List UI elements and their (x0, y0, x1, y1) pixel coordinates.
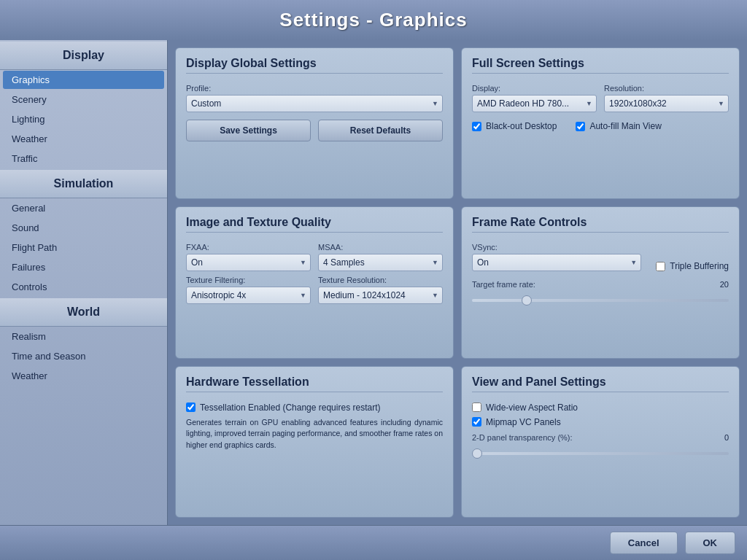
panel-hardware-tessellation: Hardware Tessellation Tessellation Enabl… (175, 366, 454, 518)
sidebar-item-time-season[interactable]: Time and Season (0, 346, 167, 366)
sidebar-item-failures[interactable]: Failures (0, 257, 167, 277)
mipmap-row: Mipmap VC Panels (472, 417, 729, 427)
texture-res-label: Texture Resolution: (318, 276, 443, 284)
reset-defaults-button[interactable]: Reset Defaults (318, 120, 443, 141)
tessellation-row: Tessellation Enabled (Change requires re… (186, 402, 443, 413)
blackout-row: Black-out Desktop (472, 121, 557, 131)
texture-filter-label: Texture Filtering: (186, 276, 311, 284)
msaa-select[interactable]: 4 Samples (318, 254, 443, 271)
fxaa-select[interactable]: On (186, 254, 311, 271)
sidebar-item-world-weather[interactable]: Weather (0, 366, 167, 386)
panel-image-texture: Image and Texture Quality FXAA: On MSAA:… (175, 206, 454, 358)
target-fps-value: 20 (711, 280, 729, 289)
ok-button[interactable]: OK (685, 532, 736, 554)
vsync-label: VSync: (472, 243, 729, 252)
bottom-bar: Cancel OK (0, 525, 747, 560)
autofill-row: Auto-fill Main View (576, 121, 661, 131)
panel-title-image-texture: Image and Texture Quality (186, 216, 443, 233)
mipmap-checkbox[interactable] (472, 417, 481, 427)
vsync-select[interactable]: On (472, 254, 641, 271)
profile-label: Profile: (186, 84, 443, 93)
msaa-label: MSAA: (318, 243, 443, 252)
texture-res-select[interactable]: Medium - 1024x1024 (318, 287, 443, 304)
display-select[interactable]: AMD Radeon HD 780... (472, 95, 597, 112)
panel-title-display-global: Display Global Settings (186, 57, 443, 74)
content-area: Display Global Settings Profile: Custom … (168, 40, 747, 525)
sidebar-item-traffic[interactable]: Traffic (0, 149, 167, 168)
save-settings-button[interactable]: Save Settings (186, 120, 311, 141)
texture-filter-select[interactable]: Anisotropic 4x (186, 287, 311, 304)
panel-full-screen: Full Screen Settings Display: AMD Radeon… (461, 47, 740, 199)
tessellation-label: Tessellation Enabled (Change requires re… (200, 402, 380, 413)
triple-buffering-row: Triple Buffering (656, 261, 729, 271)
autofill-label: Auto-fill Main View (589, 121, 661, 131)
panel-display-global: Display Global Settings Profile: Custom … (175, 47, 454, 199)
triple-buffering-label: Triple Buffering (670, 261, 729, 271)
panel-title-frame-rate: Frame Rate Controls (472, 216, 729, 233)
panel-title-hardware-tessellation: Hardware Tessellation (186, 376, 443, 392)
triple-buffering-checkbox[interactable] (656, 262, 665, 271)
transparency-label: 2-D panel transparency (%): (472, 433, 705, 442)
sidebar-item-realism[interactable]: Realism (0, 327, 167, 346)
page-title: Settings - Graphics (0, 0, 747, 40)
sidebar-item-controls[interactable]: Controls (0, 277, 167, 297)
profile-select[interactable]: Custom (186, 95, 443, 112)
sidebar-item-general[interactable]: General (0, 198, 167, 218)
display-label: Display: (472, 84, 597, 93)
sidebar-item-scenery[interactable]: Scenery (0, 90, 167, 109)
wideview-label: Wide-view Aspect Ratio (486, 402, 578, 413)
mipmap-label: Mipmap VC Panels (486, 417, 561, 427)
cancel-button[interactable]: Cancel (610, 532, 678, 554)
resolution-label: Resolution: (604, 84, 729, 93)
transparency-value: 0 (711, 433, 729, 442)
sidebar: Display Graphics Scenery Lighting Weathe… (0, 40, 168, 525)
panel-frame-rate: Frame Rate Controls VSync: On Triple Buf… (461, 206, 740, 358)
blackout-checkbox[interactable] (472, 122, 481, 131)
sidebar-section-world: World (0, 298, 167, 327)
target-fps-label: Target frame rate: (472, 280, 705, 289)
blackout-label: Black-out Desktop (486, 121, 557, 131)
fxaa-label: FXAA: (186, 243, 311, 252)
panel-view-panel: View and Panel Settings Wide-view Aspect… (461, 366, 740, 518)
sidebar-item-flight-path[interactable]: Flight Path (0, 238, 167, 257)
sidebar-item-sound[interactable]: Sound (0, 218, 167, 238)
sidebar-section-display: Display (0, 42, 167, 70)
autofill-checkbox[interactable] (576, 122, 585, 131)
transparency-slider[interactable] (472, 452, 729, 455)
sidebar-item-weather[interactable]: Weather (0, 129, 167, 149)
resolution-select[interactable]: 1920x1080x32 (604, 95, 729, 112)
sidebar-section-simulation: Simulation (0, 170, 167, 198)
tessellation-checkbox[interactable] (186, 402, 196, 412)
wideview-row: Wide-view Aspect Ratio (472, 402, 729, 413)
wideview-checkbox[interactable] (472, 402, 481, 412)
panel-title-view-panel: View and Panel Settings (472, 376, 729, 392)
sidebar-item-lighting[interactable]: Lighting (0, 109, 167, 129)
panel-title-full-screen: Full Screen Settings (472, 57, 729, 74)
target-fps-slider[interactable] (472, 299, 729, 302)
sidebar-item-graphics[interactable]: Graphics (3, 71, 164, 89)
tessellation-description: Generates terrain on GPU enabling advanc… (186, 417, 443, 451)
